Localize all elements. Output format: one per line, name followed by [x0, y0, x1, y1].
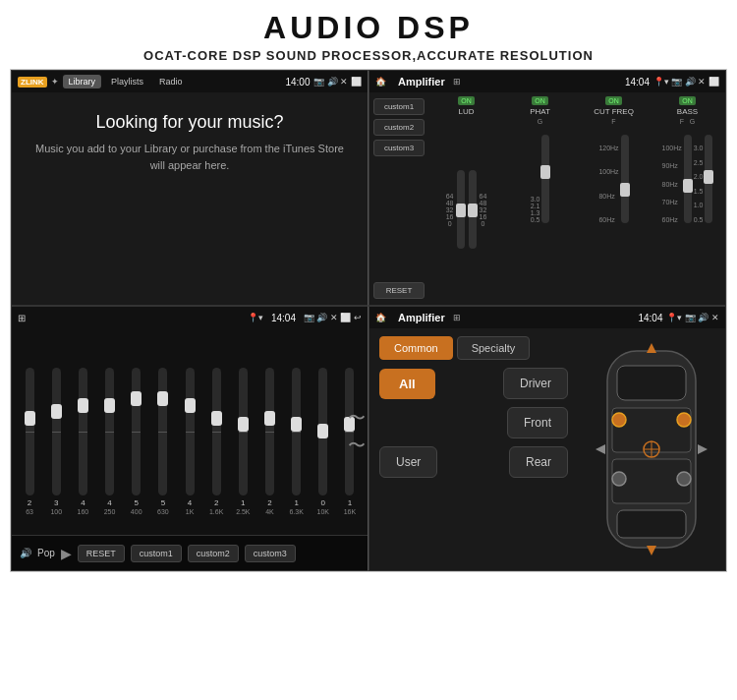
tab-radio[interactable]: Radio [153, 75, 189, 88]
eq-col-lud: ON LUD 64 48 32 16 0 [430, 96, 502, 301]
mb-band-track-63[interactable] [26, 368, 34, 496]
mb-band-400: 5400 [125, 368, 148, 515]
mb-time: 14:04 [271, 313, 296, 323]
mb-band-track-2.5K[interactable] [239, 368, 248, 496]
eq-bass-label: BASS [677, 107, 698, 116]
spec-icons: 📍▾ 📷 🔊 ✕ [666, 313, 719, 322]
screen-multiband: ⊞ 📍▾ 14:04 📷 🔊 ✕ ⬜ ↩ 2633100416042505400… [11, 306, 368, 571]
mb-band-track-250[interactable] [105, 368, 114, 496]
wave-icon-2: 〜 [348, 434, 366, 457]
eq-cutfreq-label: CUT FREQ [594, 107, 634, 116]
screen-specialty: 🏠 Amplifier ⊞ 14:04 📍▾ 📷 🔊 ✕ Common Spec… [368, 306, 726, 571]
preset-custom1[interactable]: custom1 [373, 98, 425, 115]
side-icons: 〜 〜 [348, 328, 366, 535]
mb-band-10K: 010K [312, 368, 335, 515]
mb-band-100: 3100 [44, 368, 68, 515]
spec-title: Amplifier [398, 312, 445, 323]
mb-band-1K: 41K [178, 368, 201, 515]
eq-on-lud: ON [458, 96, 475, 105]
svg-point-7 [612, 472, 626, 486]
mb-band-track-630[interactable] [158, 368, 167, 496]
svg-marker-12 [647, 343, 656, 353]
mb-eq-area: 2633100416042505400563041K21.6K12.5K24K1… [12, 328, 368, 535]
amp-status-icons: 📍▾ 📷 🔊 ✕ ⬜ [653, 77, 719, 87]
mb-band-track-4K[interactable] [265, 368, 274, 496]
mb-band-1.6K: 21.6K [204, 368, 228, 515]
car-diagram [588, 341, 715, 557]
eq-col-bass: ON BASS F G 100Hz90Hz80Hz70Hz60Hz 3.0 [652, 96, 723, 301]
spec-tab-row: Common Specialty [379, 336, 568, 360]
tab-specialty[interactable]: Specialty [457, 336, 531, 360]
screen-amplifier: 🏠 Amplifier ⊞ 14:04 📍▾ 📷 🔊 ✕ ⬜ custom1 c… [368, 70, 726, 306]
custom-btn-1[interactable]: custom1 [131, 545, 182, 562]
btn-front[interactable]: Front [507, 407, 568, 438]
btn-user[interactable]: User [379, 446, 437, 478]
tab-playlists[interactable]: Playlists [105, 75, 149, 88]
eq-phat-label: PHAT [530, 107, 550, 116]
bass-slider-g[interactable] [705, 135, 712, 223]
tab-library[interactable]: Library [63, 75, 102, 88]
eq-col-cutfreq: ON CUT FREQ F 120Hz100Hz80Hz60Hz [578, 96, 650, 301]
mb-band-track-100[interactable] [52, 368, 61, 496]
phat-slider[interactable] [541, 135, 549, 223]
reset-button[interactable]: RESET [78, 545, 125, 562]
mb-band-track-400[interactable] [132, 368, 141, 496]
amp-presets: custom1 custom2 custom3 RESET [369, 92, 428, 305]
tab-common[interactable]: Common [379, 336, 453, 360]
preset-custom3[interactable]: custom3 [373, 140, 425, 156]
btn-all[interactable]: All [379, 369, 435, 399]
statusbar-amp: 🏠 Amplifier ⊞ 14:04 📍▾ 📷 🔊 ✕ ⬜ [369, 71, 725, 92]
zlink-logo: ZLINK [18, 77, 47, 88]
btn-rear[interactable]: Rear [509, 446, 568, 478]
speaker-icon: 🔊 [20, 548, 31, 558]
mb-band-630: 5630 [151, 368, 175, 515]
svg-point-5 [612, 413, 626, 427]
eq-on-phat: ON [532, 96, 548, 105]
play-button[interactable]: ▶ [61, 546, 72, 561]
mb-band-4K: 24K [257, 368, 281, 515]
header: AUDIO DSP OCAT-CORE DSP SOUND PROCESSOR,… [0, 0, 737, 69]
statusbar-spec: 🏠 Amplifier ⊞ 14:04 📍▾ 📷 🔊 ✕ [369, 307, 725, 328]
mb-band-track-10K[interactable] [318, 368, 327, 496]
btn-driver[interactable]: Driver [503, 368, 568, 399]
statusbar-library: ZLINK ✦ Library Playlists Radio 14:00 📷 … [12, 71, 368, 92]
preset-custom2[interactable]: custom2 [373, 119, 425, 136]
looking-text: Looking for your music? [27, 112, 353, 133]
library-content: Looking for your music? Music you add to… [12, 92, 368, 193]
mb-bottom-bar: 🔊 Pop ▶ RESET custom1 custom2 custom3 [12, 535, 368, 570]
btn-row-front: Front [379, 407, 568, 438]
amp-time: 14:04 [625, 77, 650, 88]
time-display: 14:00 [285, 77, 310, 88]
page-subtitle: OCAT-CORE DSP SOUND PROCESSOR,ACCURATE R… [0, 48, 737, 63]
mb-band-track-1K[interactable] [186, 368, 195, 496]
amp-eq-section: ON LUD 64 48 32 16 0 [428, 92, 725, 305]
eq-col-phat: ON PHAT G 3.02.11.30.5 [504, 96, 576, 301]
mb-band-track-160[interactable] [79, 368, 87, 496]
mb-band-63: 263 [18, 368, 41, 515]
cutfreq-slider[interactable] [621, 135, 629, 223]
mb-band-track-6.3K[interactable] [292, 368, 301, 496]
lud-sliders: 64 48 32 16 0 [446, 118, 487, 301]
lud-slider-1[interactable] [457, 170, 465, 249]
svg-marker-13 [647, 546, 656, 555]
mb-band-250: 4250 [97, 368, 121, 515]
eq-columns: ON LUD 64 48 32 16 0 [428, 92, 725, 305]
library-sub-text: Music you add to your Library or purchas… [27, 141, 353, 173]
preset-reset[interactable]: RESET [373, 282, 425, 299]
btn-row-all-driver: All Driver [379, 368, 568, 399]
genre-label: Pop [37, 548, 55, 558]
custom-btn-2[interactable]: custom2 [188, 545, 239, 562]
custom-btn-3[interactable]: custom3 [245, 545, 296, 562]
bass-slider-f[interactable] [684, 135, 692, 223]
mb-band-2.5K: 12.5K [231, 368, 255, 515]
lud-slider-2[interactable] [469, 170, 477, 249]
eq-on-cutfreq: ON [605, 96, 622, 105]
statusbar-mb: ⊞ 📍▾ 14:04 📷 🔊 ✕ ⬜ ↩ [12, 307, 368, 328]
spec-left: Common Specialty All Driver Front User R… [369, 328, 578, 570]
eq-on-bass: ON [679, 96, 696, 105]
screen-library: ZLINK ✦ Library Playlists Radio 14:00 📷 … [11, 70, 368, 306]
amp-content: custom1 custom2 custom3 RESET ON LUD 64 [369, 92, 725, 305]
spec-content: Common Specialty All Driver Front User R… [369, 328, 725, 570]
mb-band-track-1.6K[interactable] [212, 368, 221, 496]
spec-btn-group: All Driver Front User Rear [379, 368, 568, 478]
